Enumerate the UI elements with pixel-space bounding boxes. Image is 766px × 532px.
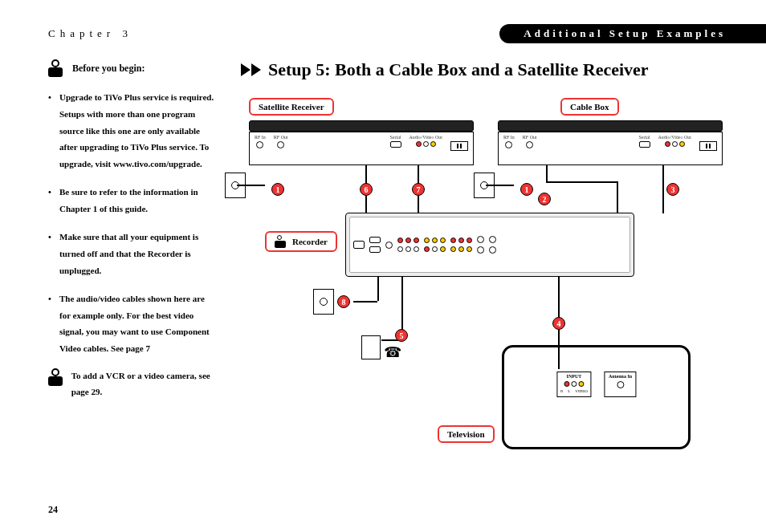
phone-icon: ☎ xyxy=(384,343,401,361)
port-label: Audio/Video Out xyxy=(658,135,691,140)
section-label: Additional Setup Examples xyxy=(499,24,766,43)
step-badge-6: 6 xyxy=(360,183,373,196)
wiring-diagram: Satellite Receiver RF In RF Out Serial A… xyxy=(241,96,723,465)
step-badge-1b: 1 xyxy=(520,183,533,196)
television-device: INPUT R L VIDEO Antenna In xyxy=(502,345,691,449)
sidebar-bullet: The audio/video cables shown here are fo… xyxy=(48,290,217,358)
port-label: RF Out xyxy=(274,135,288,140)
label-television: Television xyxy=(438,425,495,443)
tv-input-label: INPUT xyxy=(567,374,582,379)
step-badge-4: 4 xyxy=(552,317,565,330)
sidebar-bullet: Make sure that all your equipment is tur… xyxy=(48,229,217,279)
port-label: Serial xyxy=(639,135,650,140)
sidebar-bullet: Upgrade to TiVo Plus service is required… xyxy=(48,89,217,173)
port-label: RF Out xyxy=(523,135,537,140)
port-label: L xyxy=(568,389,570,393)
tivo-icon xyxy=(48,59,66,77)
step-badge-7: 7 xyxy=(412,183,425,196)
tivo-icon xyxy=(275,235,287,248)
step-badge-2: 2 xyxy=(538,193,551,205)
page-header: Chapter 3 Additional Setup Examples xyxy=(48,24,726,43)
port-label: Audio/Video Out xyxy=(409,135,442,140)
sidebar: Before you begin: Upgrade to TiVo Plus s… xyxy=(48,59,217,465)
tv-antenna-label: Antenna In xyxy=(609,374,632,379)
port-label: RF In xyxy=(503,135,515,140)
sidebar-bullet: Be sure to refer to the information in C… xyxy=(48,184,217,217)
label-recorder: Recorder xyxy=(265,231,337,252)
port-label: R xyxy=(560,389,563,393)
satellite-device: RF In RF Out Serial Audio/Video Out xyxy=(249,120,474,165)
step-badge-3: 3 xyxy=(666,183,679,196)
chapter-label: Chapter 3 xyxy=(48,27,132,40)
arrows-icon xyxy=(241,63,262,76)
cablebox-device: RF In RF Out Serial Audio/Video Out xyxy=(498,120,723,165)
label-satellite: Satellite Receiver xyxy=(249,98,334,116)
before-begin-title: Before you begin: xyxy=(72,59,145,78)
port-label: Serial xyxy=(390,135,401,140)
label-text: Recorder xyxy=(292,237,328,246)
power-outlet xyxy=(313,289,334,315)
label-cablebox: Cable Box xyxy=(560,98,619,116)
port-label: VIDEO xyxy=(575,389,588,393)
add-vcr-note: To add a VCR or a video camera, see page… xyxy=(71,368,217,400)
phone-jack xyxy=(361,335,381,359)
recorder-device xyxy=(345,213,634,277)
setup-title: Setup 5: Both a Cable Box and a Satellit… xyxy=(268,59,649,80)
port-label: RF In xyxy=(255,135,266,140)
step-badge-1: 1 xyxy=(271,183,284,196)
step-badge-5: 5 xyxy=(395,329,408,342)
page-number: 24 xyxy=(48,504,58,516)
main-content: Setup 5: Both a Cable Box and a Satellit… xyxy=(241,59,726,465)
step-badge-8: 8 xyxy=(337,295,350,308)
tivo-icon xyxy=(48,368,63,386)
